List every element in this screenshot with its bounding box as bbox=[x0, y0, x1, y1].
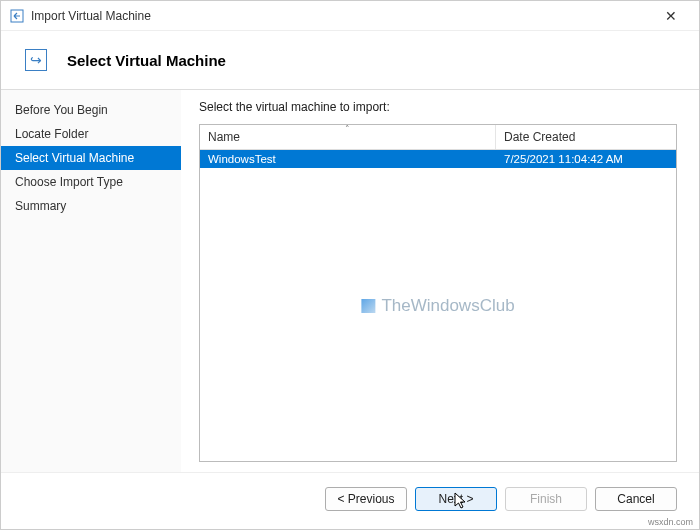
next-button[interactable]: Next > bbox=[415, 487, 497, 511]
instruction-text: Select the virtual machine to import: bbox=[199, 100, 677, 114]
page-header: ↪ Select Virtual Machine bbox=[1, 31, 699, 89]
app-icon bbox=[9, 8, 25, 24]
sidebar-item-before-you-begin[interactable]: Before You Begin bbox=[1, 98, 181, 122]
dialog-body: Before You Begin Locate Folder Select Vi… bbox=[1, 89, 699, 472]
watermark: TheWindowsClub bbox=[361, 296, 514, 316]
sidebar-item-choose-import-type[interactable]: Choose Import Type bbox=[1, 170, 181, 194]
table-header-row: Name ˄ Date Created bbox=[200, 125, 676, 150]
cell-vm-name: WindowsTest bbox=[200, 152, 496, 166]
sidebar-item-select-virtual-machine[interactable]: Select Virtual Machine bbox=[1, 146, 181, 170]
page-title: Select Virtual Machine bbox=[67, 52, 226, 69]
close-icon: ✕ bbox=[665, 8, 677, 24]
table-body: WindowsTest 7/25/2021 11:04:42 AM TheWin… bbox=[200, 150, 676, 461]
wizard-steps-sidebar: Before You Begin Locate Folder Select Vi… bbox=[1, 90, 181, 472]
column-header-name[interactable]: Name ˄ bbox=[200, 125, 496, 149]
titlebar: Import Virtual Machine ✕ bbox=[1, 1, 699, 31]
close-button[interactable]: ✕ bbox=[651, 2, 691, 30]
finish-button: Finish bbox=[505, 487, 587, 511]
dialog-footer: < Previous Next > Finish Cancel bbox=[1, 472, 699, 529]
column-header-date-created[interactable]: Date Created bbox=[496, 125, 676, 149]
cell-date-created: 7/25/2021 11:04:42 AM bbox=[496, 152, 676, 166]
watermark-text: TheWindowsClub bbox=[381, 296, 514, 316]
sidebar-item-summary[interactable]: Summary bbox=[1, 194, 181, 218]
table-row[interactable]: WindowsTest 7/25/2021 11:04:42 AM bbox=[200, 150, 676, 168]
main-panel: Select the virtual machine to import: Na… bbox=[181, 90, 699, 472]
sidebar-item-locate-folder[interactable]: Locate Folder bbox=[1, 122, 181, 146]
import-vm-dialog: Import Virtual Machine ✕ ↪ Select Virtua… bbox=[0, 0, 700, 530]
cancel-button[interactable]: Cancel bbox=[595, 487, 677, 511]
watermark-logo-icon bbox=[361, 299, 375, 313]
attribution-text: wsxdn.com bbox=[648, 517, 693, 527]
window-title: Import Virtual Machine bbox=[31, 9, 651, 23]
vm-table: Name ˄ Date Created WindowsTest 7/25/202… bbox=[199, 124, 677, 462]
import-arrow-icon: ↪ bbox=[25, 49, 47, 71]
sort-ascending-icon: ˄ bbox=[345, 124, 350, 134]
previous-button[interactable]: < Previous bbox=[325, 487, 407, 511]
